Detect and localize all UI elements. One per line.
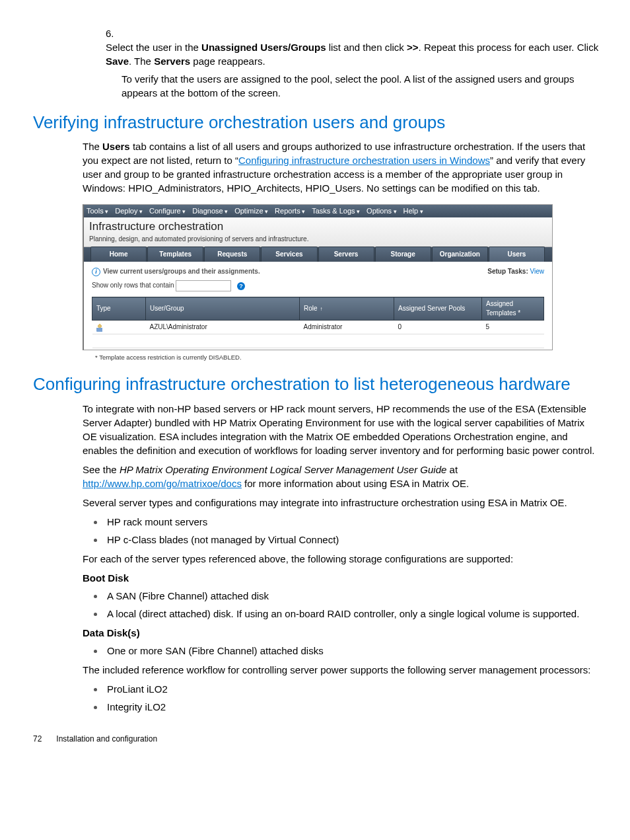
sec2-para1: To integrate with non-HP based servers o… <box>83 402 597 457</box>
footer-title: Installation and configuration <box>56 734 157 744</box>
menu-tools[interactable]: Tools <box>87 206 108 216</box>
filter-row: Show only rows that contain ? <box>92 280 544 291</box>
sort-icon: ↑ <box>320 306 323 312</box>
sec2-para2: See the HP Matrix Operating Environment … <box>83 463 597 490</box>
page-footer: 72 Installation and configuration <box>33 734 597 745</box>
col-pools[interactable]: Assigned Server Pools <box>394 297 482 321</box>
sec2-para5: The included reference workflow for cont… <box>83 663 597 677</box>
cell-type <box>92 321 146 334</box>
sec2-para3: Several server types and configurations … <box>83 496 597 510</box>
link-configuring-users[interactable]: Configuring infrastructure orchestration… <box>238 155 490 166</box>
screenshot-footnote: * Template access restriction is current… <box>95 353 597 362</box>
list-item: Integrity iLO2 <box>104 700 597 714</box>
tab-home[interactable]: Home <box>90 247 147 262</box>
heading-heterogeneous: Configuring infrastructure orchestration… <box>33 372 597 396</box>
help-icon[interactable]: ? <box>237 282 245 290</box>
col-role[interactable]: Role↑ <box>300 297 394 321</box>
tab-storage[interactable]: Storage <box>375 247 431 262</box>
menu-options[interactable]: Options <box>367 206 396 216</box>
table-row[interactable]: AZUL\Administrator Administrator 0 5 <box>92 321 544 334</box>
app-subtitle: Planning, design, and automated provisio… <box>89 235 547 244</box>
menu-diagnose[interactable]: Diagnose <box>192 206 228 216</box>
tab-services[interactable]: Services <box>261 247 317 262</box>
list-item: A local (direct attached) disk. If using… <box>104 607 597 621</box>
screenshot-io-users: Tools Deploy Configure Diagnose Optimize… <box>83 204 553 350</box>
subhead-data-disks: Data Disk(s) <box>83 626 597 640</box>
server-types-list: HP rack mount servers HP c-Class blades … <box>104 515 597 547</box>
col-templates[interactable]: Assigned Templates * <box>482 297 544 321</box>
setup-tasks-view-link[interactable]: View <box>530 268 545 275</box>
setup-tasks: Setup Tasks: View <box>487 267 544 276</box>
boot-disk-list: A SAN (Fibre Channel) attached disk A lo… <box>104 589 597 621</box>
info-line: iView current users/groups and their ass… <box>92 267 544 276</box>
users-table: Type User/Group Role↑ Assigned Server Po… <box>92 297 544 348</box>
col-type[interactable]: Type <box>92 297 146 321</box>
menu-reports[interactable]: Reports <box>275 206 305 216</box>
cell-user-group: AZUL\Administrator <box>146 321 300 334</box>
cell-pools: 0 <box>394 321 482 334</box>
heading-verify-users: Verifying infrastructure orchestration u… <box>33 110 597 134</box>
step-6: 6. Select the user in the Unassigned Use… <box>106 26 597 68</box>
step-6-note: To verify that the users are assigned to… <box>122 72 597 100</box>
filter-input[interactable] <box>176 280 231 291</box>
tab-content: Setup Tasks: View iView current users/gr… <box>84 262 552 350</box>
list-item: HP c-Class blades (not managed by Virtua… <box>104 533 597 547</box>
verify-users-para: The Users tab contains a list of all use… <box>83 139 597 195</box>
table-header-row: Type User/Group Role↑ Assigned Server Po… <box>92 297 544 321</box>
menu-optimize[interactable]: Optimize <box>234 206 268 216</box>
table-row-empty <box>92 334 544 348</box>
menu-deploy[interactable]: Deploy <box>115 206 143 216</box>
menu-help[interactable]: Help <box>403 206 423 216</box>
list-item: ProLiant iLO2 <box>104 682 597 696</box>
subhead-boot-disk: Boot Disk <box>83 571 597 585</box>
cell-role: Administrator <box>300 321 394 334</box>
sec2-para4: For each of the server types referenced … <box>83 552 597 566</box>
cell-templates: 5 <box>482 321 544 334</box>
tab-bar: Home Templates Requests Services Servers… <box>84 247 552 262</box>
link-matrixoe-docs[interactable]: http://www.hp.com/go/matrixoe/docs <box>83 478 242 489</box>
tab-servers[interactable]: Servers <box>318 247 374 262</box>
page-number: 72 <box>33 734 54 745</box>
app-title: Infrastructure orchestration <box>89 219 547 235</box>
user-icon <box>96 324 103 332</box>
menu-tasks-logs[interactable]: Tasks & Logs <box>312 206 360 216</box>
tab-requests[interactable]: Requests <box>204 247 260 262</box>
filter-label: Show only rows that contain <box>92 282 174 289</box>
info-icon: i <box>92 268 100 276</box>
list-item: A SAN (Fibre Channel) attached disk <box>104 589 597 603</box>
list-item: HP rack mount servers <box>104 515 597 529</box>
menubar: Tools Deploy Configure Diagnose Optimize… <box>84 205 552 217</box>
mgmt-processors-list: ProLiant iLO2 Integrity iLO2 <box>104 682 597 714</box>
menu-configure[interactable]: Configure <box>149 206 186 216</box>
tab-users[interactable]: Users <box>489 247 545 262</box>
col-user-group[interactable]: User/Group <box>146 297 300 321</box>
list-item: One or more SAN (Fibre Channel) attached… <box>104 644 597 658</box>
data-disk-list: One or more SAN (Fibre Channel) attached… <box>104 644 597 658</box>
tab-templates[interactable]: Templates <box>147 247 203 262</box>
tab-organization[interactable]: Organization <box>432 247 488 262</box>
title-bar: Infrastructure orchestration Planning, d… <box>84 217 552 247</box>
